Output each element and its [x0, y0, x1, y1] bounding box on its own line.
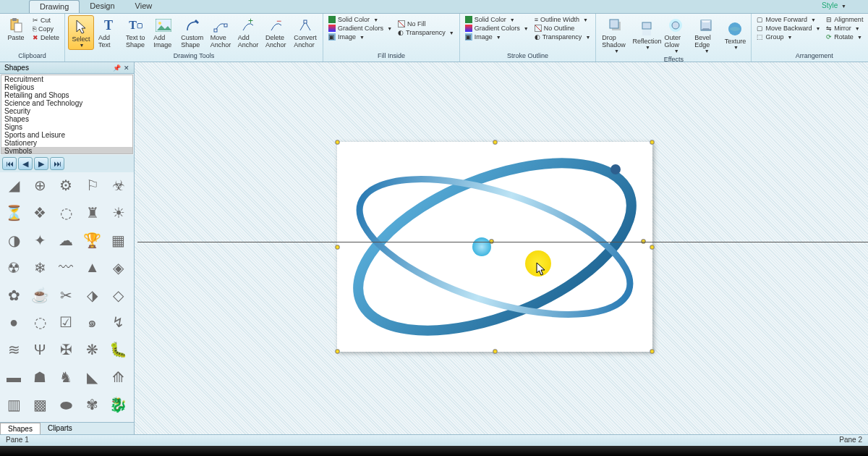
resize-handle[interactable]	[493, 349, 498, 354]
custom-shape-button[interactable]: Custom Shape	[178, 15, 206, 50]
symbol-icon[interactable]: ☢	[3, 258, 25, 278]
stroke-solid-button[interactable]: Solid Color▼	[463, 15, 531, 24]
symbol-icon[interactable]: ✂	[55, 285, 77, 305]
resize-handle[interactable]	[650, 245, 655, 250]
symbol-icon[interactable]: ✠	[55, 339, 77, 360]
symbol-icon[interactable]: ⬗	[82, 285, 103, 305]
nav-first-button[interactable]: ⏮	[2, 157, 17, 170]
convert-anchor-button[interactable]: Convert Anchor	[291, 15, 320, 50]
symbol-icon[interactable]: ▥	[3, 394, 25, 415]
paste-button[interactable]: Paste	[3, 15, 29, 43]
outline-width-button[interactable]: ≡Outline Width▼	[532, 15, 593, 24]
delete-anchor-button[interactable]: −Delete Anchor	[263, 15, 289, 50]
cat-item-selected[interactable]: Symbols	[1, 147, 132, 154]
symbol-icon[interactable]: ◌	[29, 312, 51, 332]
symbol-icon[interactable]: ☗	[29, 367, 51, 387]
symbol-icon[interactable]: ▲	[82, 258, 103, 278]
symbol-icon[interactable]: ✿	[3, 285, 25, 305]
symbol-icon[interactable]: ⏳	[3, 203, 25, 223]
bevel-button[interactable]: Bevel Edge▼	[692, 15, 720, 55]
cat-item[interactable]: Shapes	[1, 115, 132, 123]
move-anchor-button[interactable]: Move Anchor	[208, 15, 234, 50]
symbol-icon[interactable]: 🏆	[82, 230, 103, 250]
stroke-gradient-button[interactable]: Gradient Colors▼	[463, 24, 531, 33]
symbol-icon[interactable]: ☕	[29, 285, 51, 305]
stroke-image-button[interactable]: ▣Image▼	[463, 33, 531, 41]
add-image-button[interactable]: Add Image	[150, 15, 176, 50]
select-button[interactable]: Select▼	[68, 15, 94, 50]
nav-prev-button[interactable]: ◀	[18, 157, 33, 170]
reflection-button[interactable]: Reflection▼	[634, 15, 660, 55]
add-text-button[interactable]: TAdd Text	[95, 15, 122, 50]
cat-item[interactable]: Recruitment	[1, 75, 132, 83]
symbol-icon[interactable]: ◈	[108, 258, 129, 278]
symbol-icon[interactable]: ⬬	[55, 394, 77, 415]
symbol-icon[interactable]: ▩	[29, 394, 51, 415]
symbol-icon[interactable]: ❋	[82, 339, 103, 360]
symbol-icon[interactable]: ↯	[108, 312, 129, 332]
tab-drawing[interactable]: Drawing	[29, 0, 80, 13]
symbol-icon[interactable]: ◣	[82, 367, 103, 387]
symbol-icon[interactable]: ≋	[3, 339, 25, 360]
symbol-icon[interactable]: ◢	[3, 175, 25, 195]
alignment-button[interactable]: ⊟Alignment▼	[824, 15, 868, 24]
drawing-object[interactable]	[337, 142, 652, 352]
symbol-icon[interactable]: ◑	[3, 230, 25, 250]
resize-handle[interactable]	[650, 349, 655, 354]
symbol-icon[interactable]: ⊕	[29, 175, 51, 195]
fill-solid-button[interactable]: Solid Color▼	[326, 15, 394, 24]
symbol-icon[interactable]: ▬	[3, 367, 25, 387]
copy-button[interactable]: ⎘Copy	[30, 25, 61, 33]
symbol-icon[interactable]: 〰	[55, 258, 77, 278]
group-button[interactable]: ⬚Group▼	[754, 33, 822, 41]
style-label[interactable]: Style ▼	[822, 1, 846, 9]
cat-item[interactable]: Science and Technology	[1, 99, 132, 107]
mirror-button[interactable]: ⇋Mirror▼	[824, 24, 868, 33]
symbol-icon[interactable]: 🐉	[108, 394, 129, 415]
symbol-icon[interactable]: ❖	[29, 203, 51, 223]
symbol-icon[interactable]: Ψ	[29, 339, 51, 360]
symbol-icon[interactable]: ⚙	[55, 175, 77, 195]
symbol-icon[interactable]: ●	[3, 312, 25, 332]
text-to-shape-button[interactable]: T▢Text to Shape	[123, 15, 149, 50]
rotate-button[interactable]: ⟳Rotate▼	[824, 33, 868, 41]
cat-item[interactable]: Retailing and Shops	[1, 91, 132, 99]
cat-item[interactable]: Signs	[1, 123, 132, 131]
resize-handle[interactable]	[335, 140, 340, 145]
panel-tab-cliparts[interactable]: Cliparts	[41, 423, 80, 434]
outer-glow-button[interactable]: Outer Glow▼	[661, 15, 690, 55]
panel-close-icon[interactable]: ✕	[124, 64, 129, 72]
tab-view[interactable]: View	[125, 0, 163, 13]
symbol-icon[interactable]: ⟰	[108, 367, 129, 387]
panel-tab-shapes[interactable]: Shapes	[0, 423, 41, 434]
no-fill-button[interactable]: No Fill	[396, 20, 456, 28]
resize-handle[interactable]	[493, 140, 498, 145]
fill-transparency-button[interactable]: ◐Transparency▼	[396, 28, 456, 37]
nav-next-button[interactable]: ▶	[34, 157, 48, 170]
symbol-icon[interactable]: ๑	[82, 312, 103, 332]
drop-shadow-button[interactable]: Drop Shadow▼	[599, 15, 632, 55]
resize-handle[interactable]	[335, 245, 340, 250]
texture-button[interactable]: Texture▼	[722, 15, 748, 55]
cat-item[interactable]: Security	[1, 107, 132, 115]
move-backward-button[interactable]: ▢Move Backward▼	[754, 24, 822, 33]
panel-pin-icon[interactable]: 📌	[113, 64, 121, 72]
symbol-icon[interactable]: 🐛	[108, 339, 129, 360]
add-anchor-button[interactable]: +Add Anchor	[235, 15, 261, 50]
symbol-icon[interactable]: ♞	[55, 367, 77, 387]
cat-item[interactable]: Sports and Leisure	[1, 131, 132, 139]
symbol-icon[interactable]: ✾	[82, 394, 103, 415]
move-forward-button[interactable]: ▢Move Forward▼	[754, 15, 822, 24]
resize-handle[interactable]	[335, 349, 340, 354]
symbol-icon[interactable]: ☣	[108, 175, 129, 195]
symbol-icon[interactable]: ▦	[108, 230, 129, 250]
nav-last-button[interactable]: ⏭	[50, 157, 64, 170]
symbol-icon[interactable]: ☁	[55, 230, 77, 250]
cat-item[interactable]: Stationery	[1, 139, 132, 147]
symbol-icon[interactable]: ☀	[108, 203, 129, 223]
delete-button[interactable]: ✖Delete	[30, 33, 61, 42]
tab-design[interactable]: Design	[80, 0, 124, 13]
fill-image-button[interactable]: ▣Image▼	[326, 33, 394, 41]
fill-gradient-button[interactable]: Gradient Colors▼	[326, 24, 394, 33]
symbol-icon[interactable]: ♜	[82, 203, 103, 223]
